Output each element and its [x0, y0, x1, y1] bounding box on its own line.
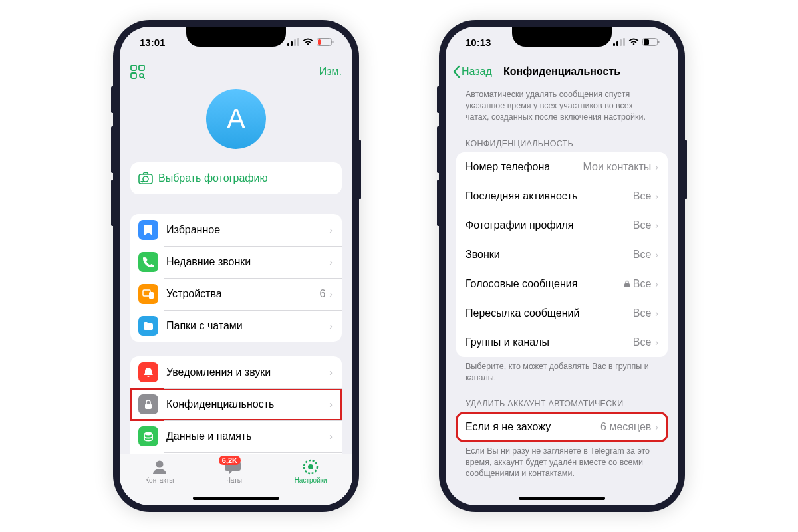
- tab-chats[interactable]: 6,2K Чаты: [225, 458, 243, 484]
- row-label: Конфиденциальность: [166, 398, 329, 410]
- privacy-row[interactable]: Номер телефонаМои контакты›: [456, 152, 668, 182]
- autodelete-top-info: Автоматически удалять сообщения спустя у…: [446, 86, 678, 123]
- svg-rect-35: [624, 283, 630, 287]
- svg-text:+: +: [140, 178, 144, 185]
- svg-line-11: [143, 77, 145, 79]
- privacy-section: Номер телефонаМои контакты›Последняя акт…: [456, 152, 668, 357]
- battery-icon: [642, 38, 660, 46]
- settings-row-folder[interactable]: Папки с чатами›: [130, 310, 342, 342]
- status-icons: [613, 38, 660, 46]
- settings-row-devices[interactable]: Устройства6›: [130, 278, 342, 310]
- home-indicator: [193, 497, 279, 500]
- chevron-right-icon: ›: [329, 321, 332, 331]
- devices-icon: [138, 284, 158, 304]
- privacy-footer: Выберите, кто может добавлять Вас в груп…: [446, 357, 678, 384]
- privacy-row-value: Все: [633, 219, 652, 231]
- chevron-right-icon: ›: [655, 249, 658, 260]
- inactive-period-row[interactable]: Если я не захожу 6 месяцев ›: [456, 412, 668, 442]
- inactive-period-label: Если я не захожу: [466, 421, 600, 433]
- privacy-row[interactable]: Последняя активностьВсе›: [456, 182, 668, 211]
- svg-rect-31: [623, 38, 625, 46]
- settings-header: Изм.: [120, 57, 352, 86]
- chevron-right-icon: ›: [329, 257, 332, 267]
- svg-rect-3: [297, 38, 299, 46]
- tabbar: Контакты 6,2K Чаты Настройки: [120, 454, 352, 505]
- chevron-right-icon: ›: [655, 308, 658, 319]
- chevron-right-icon: ›: [329, 367, 332, 378]
- status-time: 10:13: [466, 37, 491, 48]
- svg-rect-34: [658, 41, 660, 43]
- privacy-row-label: Звонки: [466, 249, 633, 261]
- svg-rect-16: [149, 292, 154, 299]
- settings-icon: [301, 458, 320, 475]
- edit-button[interactable]: Изм.: [319, 66, 342, 78]
- bookmark-icon: [138, 220, 158, 240]
- avatar[interactable]: A: [206, 89, 266, 149]
- autodelete-footer: Если Вы ни разу не заглянете в Telegram …: [446, 442, 678, 479]
- svg-point-27: [308, 464, 313, 469]
- svg-rect-1: [291, 41, 293, 46]
- settings-group-2: Уведомления и звуки›Конфиденциальность›Д…: [130, 356, 342, 454]
- lock-icon: [624, 280, 630, 288]
- chevron-right-icon: ›: [329, 431, 332, 442]
- camera-plus-icon: +: [138, 168, 153, 188]
- disk-icon: [138, 426, 158, 446]
- svg-rect-0: [287, 43, 289, 46]
- row-label: Уведомления и звуки: [166, 366, 329, 378]
- wifi-icon: [303, 38, 313, 46]
- chevron-right-icon: ›: [655, 337, 658, 348]
- privacy-row-label: Голосовые сообщения: [466, 278, 624, 290]
- chevron-right-icon: ›: [329, 399, 332, 410]
- svg-rect-2: [294, 39, 296, 46]
- row-label: Данные и память: [166, 430, 329, 442]
- svg-rect-5: [318, 39, 321, 45]
- svg-rect-7: [131, 65, 136, 70]
- chevron-left-icon: [452, 65, 460, 78]
- settings-row-disk[interactable]: Данные и память›: [130, 420, 342, 452]
- privacy-row-label: Последняя активность: [466, 190, 633, 202]
- tab-contacts[interactable]: Контакты: [145, 458, 174, 484]
- svg-rect-29: [616, 41, 618, 46]
- bell-icon: [138, 362, 158, 382]
- chevron-right-icon: ›: [329, 289, 332, 299]
- settings-row-lock[interactable]: Конфиденциальность›: [130, 388, 342, 420]
- autodelete-section-header: УДАЛИТЬ АККАУНТ АВТОМАТИЧЕСКИ: [446, 383, 678, 412]
- row-label: Папки с чатами: [166, 320, 329, 332]
- chevron-right-icon: ›: [655, 422, 658, 432]
- privacy-row[interactable]: Голосовые сообщенияВсе›: [456, 269, 668, 299]
- phone-frame-left: 13:01 Изм. A + Выб: [113, 20, 359, 512]
- row-label: Избранное: [166, 224, 329, 236]
- privacy-row[interactable]: Группы и каналыВсе›: [456, 328, 668, 357]
- row-label: Устройства: [166, 288, 319, 300]
- privacy-row[interactable]: Пересылка сообщенийВсе›: [456, 299, 668, 328]
- screen-privacy: 10:13 Назад Конфиденциальность Автоматич…: [446, 27, 678, 505]
- privacy-row-label: Фотографии профиля: [466, 219, 633, 231]
- wifi-icon: [628, 38, 639, 46]
- autodelete-section: Если я не захожу 6 месяцев ›: [456, 412, 668, 442]
- settings-row-bookmark[interactable]: Избранное›: [130, 214, 342, 246]
- choose-photo-button[interactable]: + Выбрать фотографию: [130, 162, 342, 194]
- chats-badge: 6,2K: [219, 456, 241, 465]
- privacy-row-value: Все: [633, 307, 652, 319]
- chevron-right-icon: ›: [329, 225, 332, 235]
- qr-icon[interactable]: [130, 65, 145, 79]
- chevron-right-icon: ›: [655, 220, 658, 231]
- privacy-section-header: КОНФИДЕНЦИАЛЬНОСТЬ: [446, 123, 678, 152]
- phone-frame-right: 10:13 Назад Конфиденциальность Автоматич…: [439, 20, 685, 512]
- chevron-right-icon: ›: [655, 191, 658, 201]
- privacy-row-value: Все: [624, 278, 652, 290]
- chevron-right-icon: ›: [655, 162, 658, 172]
- svg-rect-28: [613, 43, 615, 46]
- home-indicator: [519, 497, 605, 500]
- inactive-period-value: 6 месяцев: [600, 421, 651, 433]
- settings-row-bell[interactable]: Уведомления и звуки›: [130, 356, 342, 388]
- settings-row-phone[interactable]: Недавние звонки›: [130, 246, 342, 278]
- privacy-row[interactable]: ЗвонкиВсе›: [456, 240, 668, 269]
- tab-settings[interactable]: Настройки: [295, 458, 327, 484]
- svg-rect-30: [620, 39, 622, 46]
- settings-content: A + Выбрать фотографию Избранное›Недавни…: [120, 86, 352, 454]
- privacy-row[interactable]: Фотографии профиляВсе›: [456, 211, 668, 240]
- privacy-navbar: Назад Конфиденциальность: [446, 57, 678, 86]
- back-button[interactable]: Назад: [452, 65, 492, 78]
- contacts-icon: [150, 458, 169, 475]
